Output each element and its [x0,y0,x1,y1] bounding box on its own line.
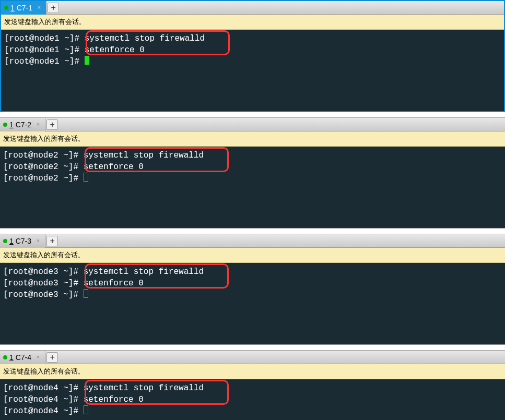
terminal-pane-1: 1 C7-1 × + 发送键盘输入的所有会话。 [root@node1 ~]# … [0,0,505,112]
cursor-icon [85,56,89,65]
shell-command: setenforce 0 [84,395,144,404]
shell-command: setenforce 0 [85,45,145,55]
tab-number: 1 [10,4,15,12]
status-dot-icon [3,355,7,359]
status-dot-icon [3,123,7,127]
tab-label: C7-4 [16,353,31,362]
tab-bar: 1 C7-3 × + [0,234,505,248]
tab-bar: 1 C7-1 × + [1,1,504,15]
tab-number: 1 [9,237,14,245]
shell-prompt: [root@node4 ~]# [3,406,84,416]
tab-number: 1 [9,353,14,362]
cursor-icon [84,173,88,182]
shell-prompt: [root@node1 ~]# [4,45,85,55]
close-icon[interactable]: × [36,4,43,11]
cursor-icon [84,405,88,414]
new-tab-button[interactable]: + [46,352,58,363]
shell-prompt: [root@node1 ~]# [4,57,85,66]
tab-bar: 1 C7-2 × + [0,118,505,131]
terminal-pane-4: 1 C7-4 × + 发送键盘输入的所有会话。 [root@node4 ~]# … [0,350,505,420]
new-tab-button[interactable]: + [46,236,58,246]
shell-command: systemctl stop firewalld [85,34,205,43]
shell-command: setenforce 0 [84,162,144,172]
status-dot-icon [4,6,8,10]
shell-prompt: [root@node4 ~]# [3,395,84,404]
close-icon[interactable]: × [34,354,42,361]
broadcast-banner: 发送键盘输入的所有会话。 [0,248,505,263]
shell-prompt: [root@node4 ~]# [3,383,84,393]
shell-command: systemctl stop firewalld [84,267,204,277]
tab-c7-1[interactable]: 1 C7-1 × [1,1,46,15]
shell-prompt: [root@node3 ~]# [3,267,84,277]
shell-command: systemctl stop firewalld [84,383,204,393]
shell-prompt: [root@node2 ~]# [3,174,84,183]
close-icon[interactable]: × [34,121,42,128]
terminal-output[interactable]: [root@node1 ~]# systemctl stop firewalld… [1,30,504,111]
tab-label: C7-3 [16,237,31,245]
tab-c7-3[interactable]: 1 C7-3 × [0,234,45,248]
close-icon[interactable]: × [34,237,42,245]
broadcast-banner: 发送键盘输入的所有会话。 [0,131,505,147]
shell-prompt: [root@node3 ~]# [3,279,84,288]
tab-bar: 1 C7-4 × + [0,351,505,364]
shell-prompt: [root@node2 ~]# [3,151,84,160]
terminal-output[interactable]: [root@node4 ~]# systemctl stop firewalld… [0,379,505,420]
new-tab-button[interactable]: + [48,3,59,13]
shell-prompt: [root@node1 ~]# [4,34,85,43]
tab-label: C7-1 [17,4,32,12]
shell-prompt: [root@node3 ~]# [3,290,84,299]
cursor-icon [84,289,88,298]
tab-number: 1 [9,121,14,129]
terminal-pane-3: 1 C7-3 × + 发送键盘输入的所有会话。 [root@node3 ~]# … [0,234,505,345]
broadcast-banner: 发送键盘输入的所有会话。 [1,15,504,30]
terminal-output[interactable]: [root@node2 ~]# systemctl stop firewalld… [0,147,505,228]
tab-c7-2[interactable]: 1 C7-2 × [0,118,45,131]
shell-command: systemctl stop firewalld [84,151,204,160]
tab-c7-4[interactable]: 1 C7-4 × [0,351,45,364]
shell-command: setenforce 0 [84,279,144,288]
terminal-output[interactable]: [root@node3 ~]# systemctl stop firewalld… [0,263,505,344]
status-dot-icon [3,239,7,243]
shell-prompt: [root@node2 ~]# [3,162,84,172]
terminal-pane-2: 1 C7-2 × + 发送键盘输入的所有会话。 [root@node2 ~]# … [0,117,505,229]
tab-label: C7-2 [16,121,31,129]
broadcast-banner: 发送键盘输入的所有会话。 [0,364,505,379]
new-tab-button[interactable]: + [46,119,58,130]
